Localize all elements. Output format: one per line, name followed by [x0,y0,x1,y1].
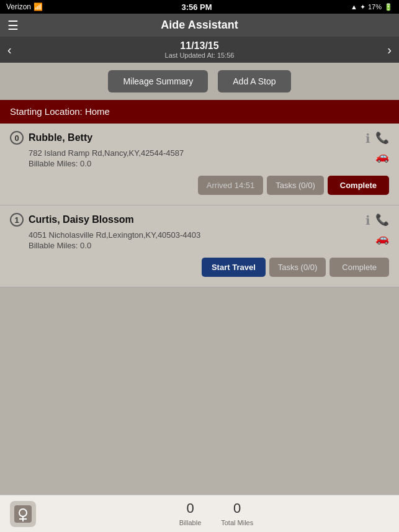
stop-icons-right-1: 📞 🚗 [375,213,389,245]
car-icon-0[interactable]: 🚗 [375,150,389,163]
app-header: ☰ Aide Assistant [0,14,399,37]
nav-next-button[interactable]: › [387,43,392,57]
stop-number-0: 0 [10,131,24,145]
billable-label: Billable [179,519,201,526]
wifi-icon: 📶 [34,2,43,11]
signal-icon: ▲ [351,3,357,11]
phone-icon-0[interactable]: 📞 [375,131,389,145]
battery-icon: 🔋 [384,3,393,11]
complete-button-1[interactable]: Complete [330,258,389,277]
nav-prev-button[interactable]: ‹ [7,43,12,57]
date-bar-center: 11/13/15 Last Updated At: 15:56 [165,40,235,59]
mileage-summary-button[interactable]: Mileage Summary [108,70,208,92]
consolo-logo [10,501,36,527]
status-bar-time: 3:56 PM [181,2,212,12]
arrived-button-0[interactable]: Arrived 14:51 [198,176,263,195]
billable-value: 0 [179,500,201,516]
tasks-button-0[interactable]: Tasks (0/0) [267,176,324,195]
stop-card-1: 1 Curtis, Daisy Blossom ℹ 4051 Nicholasv… [0,205,399,287]
complete-button-0[interactable]: Complete [328,176,389,195]
add-a-stop-button[interactable]: Add A Stop [218,70,290,92]
carrier-text: Verizon [6,2,31,11]
total-miles-stat: 0 Total Miles [221,500,253,528]
start-travel-button-1[interactable]: Start Travel [202,258,266,277]
action-row-0: Arrived 14:51 Tasks (0/0) Complete [10,173,389,200]
total-miles-label: Total Miles [221,519,253,526]
action-buttons-row: Mileage Summary Add A Stop [0,63,399,100]
info-icon-1[interactable]: ℹ [365,213,370,228]
bluetooth-icon: ✦ [360,3,365,11]
battery-text: 17% [368,3,382,11]
consolo-logo-svg [13,504,33,524]
stop-icons-right-0: 📞 🚗 [375,131,389,163]
billable-miles-0: Billable Miles: 0.0 [29,159,370,168]
stop-address-0: 782 Island Ramp Rd,Nancy,KY,42544-4587 [29,148,370,158]
stop-card-0: 0 Rubble, Betty ℹ 782 Island Ramp Rd,Nan… [0,124,399,205]
status-bar: Verizon 📶 3:56 PM ▲ ✦ 17% 🔋 [0,0,399,14]
stop-name-0: Rubble, Betty [29,132,92,143]
date-bar: ‹ 11/13/15 Last Updated At: 15:56 › [0,37,399,63]
stop-number-1: 1 [10,213,24,227]
footer: 0 Billable 0 Total Miles [0,495,399,532]
stop-address-1: 4051 Nicholasville Rd,Lexington,KY,40503… [29,230,370,240]
starting-location-text: Starting Location: Home [10,106,110,117]
footer-stats: 0 Billable 0 Total Miles [179,500,253,528]
starting-location-bar: Starting Location: Home [0,100,399,124]
stop-name-1: Curtis, Daisy Blossom [29,214,134,225]
tasks-button-1[interactable]: Tasks (0/0) [269,258,326,277]
app-title: Aide Assistant [161,19,238,32]
car-icon-1[interactable]: 🚗 [375,232,389,245]
hamburger-icon[interactable]: ☰ [7,18,19,33]
info-icon-0[interactable]: ℹ [365,131,370,146]
stop-content-0: 0 Rubble, Betty ℹ 782 Island Ramp Rd,Nan… [10,131,370,173]
billable-stat: 0 Billable [179,500,201,528]
date-text: 11/13/15 [165,40,235,52]
billable-miles-1: Billable Miles: 0.0 [29,241,370,250]
phone-icon-1[interactable]: 📞 [375,213,389,227]
stop-header-left-1: 1 Curtis, Daisy Blossom [10,213,134,227]
action-row-1: Start Travel Tasks (0/0) Complete [10,255,389,282]
total-miles-value: 0 [221,500,253,516]
status-bar-right: ▲ ✦ 17% 🔋 [351,3,393,11]
status-bar-left: Verizon 📶 [6,2,43,11]
stop-content-1: 1 Curtis, Daisy Blossom ℹ 4051 Nicholasv… [10,213,370,255]
stop-header-left-0: 0 Rubble, Betty [10,131,92,145]
last-updated-text: Last Updated At: 15:56 [165,52,235,59]
